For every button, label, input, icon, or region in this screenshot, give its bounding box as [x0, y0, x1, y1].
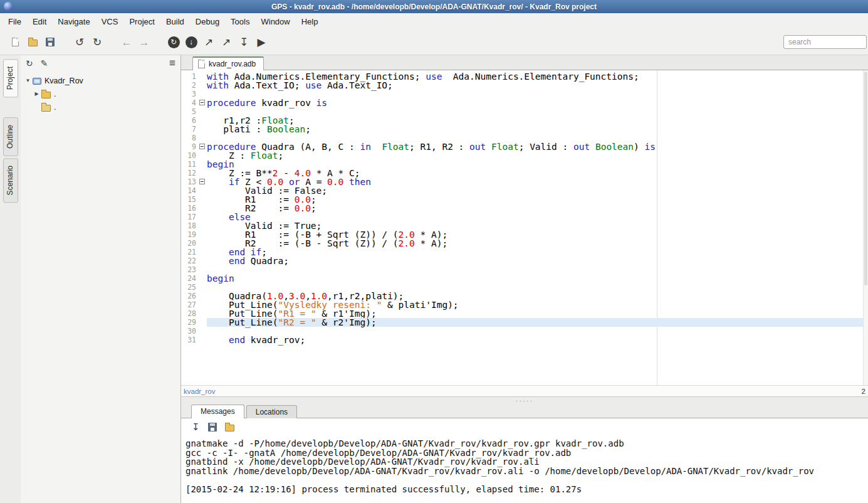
code-line[interactable]: 11begin [181, 160, 868, 169]
code-text[interactable]: Put_Line("Vysledky reseni: " & plati'Img… [207, 300, 868, 309]
forward-button[interactable]: → [136, 34, 152, 50]
new-file-button[interactable] [7, 34, 23, 50]
fold-minus-icon[interactable] [199, 179, 205, 184]
code-text[interactable]: else [207, 213, 868, 221]
code-line[interactable]: 6 r1,r2 :Float; [181, 116, 868, 125]
code-line[interactable]: 25 [181, 283, 868, 292]
code-text[interactable] [207, 283, 868, 292]
code-text[interactable]: R1 := 0.0; [207, 195, 868, 204]
code-line[interactable]: 19 R1 := (-B + Sqrt (Z)) / (2.0 * A); [181, 230, 868, 239]
code-text[interactable] [207, 265, 868, 274]
panel-splitter[interactable]: ····· [181, 396, 868, 405]
side-tab-outline[interactable]: Outline [3, 117, 18, 156]
code-line[interactable]: 14 Valid := False; [181, 186, 868, 195]
run-button[interactable]: ▶ [253, 34, 269, 50]
code-line[interactable]: 1with Ada.Numerics.Elementary_Functions;… [181, 72, 868, 81]
side-tab-project[interactable]: Project [3, 59, 18, 97]
code-text[interactable]: Valid := True; [207, 221, 868, 230]
code-line[interactable]: 10 Z : Float; [181, 151, 868, 160]
code-text[interactable]: Put_Line("R2 = " & r2'Img); [207, 318, 868, 327]
code-line[interactable]: 3 [181, 90, 868, 98]
code-line[interactable]: 21 end if; [181, 248, 868, 257]
tree-row[interactable]: ▶. [21, 87, 180, 100]
code-text[interactable]: Quadra(1.0,3.0,1.0,r1,r2,plati); [207, 292, 868, 300]
code-line[interactable]: 15 R1 := 0.0; [181, 195, 868, 204]
code-text[interactable]: with Ada.Text_IO; use Ada.Text_IO; [207, 81, 868, 90]
menu-item-navigate[interactable]: Navigate [52, 14, 95, 29]
expanded-arrow-icon[interactable]: ▼ [24, 78, 32, 83]
tab-locations[interactable]: Locations [246, 405, 297, 418]
edit-project-icon[interactable]: ✎ [41, 59, 48, 68]
code-line[interactable]: 23 [181, 265, 868, 274]
code-line[interactable]: 29 Put_Line("R2 = " & r2'Img); [181, 318, 868, 327]
menu-item-project[interactable]: Project [123, 14, 160, 29]
tree-row[interactable]: ▼Kvadr_Rov [21, 74, 180, 87]
code-line[interactable]: 27 Put_Line("Vysledky reseni: " & plati'… [181, 300, 868, 309]
redo-button[interactable]: ↻ [89, 34, 105, 50]
save-file-button[interactable] [42, 34, 58, 50]
fold-minus-icon[interactable] [199, 100, 205, 105]
code-line[interactable]: 17 else [181, 213, 868, 221]
code-text[interactable]: R2 := (-B - Sqrt (Z)) / (2.0 * A); [207, 239, 868, 248]
menu-item-edit[interactable]: Edit [27, 14, 52, 29]
code-line[interactable]: 18 Valid := True; [181, 221, 868, 230]
code-line[interactable]: 13 if Z < 0.0 or A = 0.0 then [181, 177, 868, 186]
code-text[interactable] [207, 107, 868, 116]
code-text[interactable]: Z := B**2 - 4.0 * A * C; [207, 169, 868, 177]
code-line[interactable]: 12 Z := B**2 - 4.0 * A * C; [181, 169, 868, 177]
back-button[interactable]: ← [118, 34, 135, 50]
tree-row[interactable]: . [21, 100, 180, 114]
code-line[interactable]: 4procedure kvadr_rov is [181, 98, 868, 107]
code-text[interactable] [207, 90, 868, 98]
search-input[interactable] [783, 35, 867, 49]
menu-item-window[interactable]: Window [255, 14, 295, 29]
menu-item-file[interactable]: File [3, 14, 27, 29]
code-line[interactable]: 26 Quadra(1.0,3.0,1.0,r1,r2,plati); [181, 292, 868, 300]
code-text[interactable]: with Ada.Numerics.Elementary_Functions; … [207, 72, 868, 81]
code-line[interactable]: 8 [181, 134, 868, 142]
load-messages-icon[interactable] [225, 423, 234, 432]
code-line[interactable]: 30 [181, 327, 868, 336]
panel-menu-icon[interactable]: ≡ [169, 57, 175, 70]
open-file-button[interactable] [24, 34, 41, 50]
code-text[interactable]: R1 := (-B + Sqrt (Z)) / (2.0 * A); [207, 230, 868, 239]
code-editor[interactable]: 1with Ada.Numerics.Elementary_Functions;… [181, 70, 868, 385]
menu-item-debug[interactable]: Debug [190, 14, 225, 29]
code-text[interactable]: procedure kvadr_rov is [207, 98, 868, 107]
collapsed-arrow-icon[interactable]: ▶ [33, 91, 41, 97]
editor-scrollbar[interactable] [863, 70, 868, 385]
code-text[interactable]: Put_Line("R1 = " & r1'Img); [207, 309, 868, 318]
code-line[interactable]: 20 R2 := (-B - Sqrt (Z)) / (2.0 * A); [181, 239, 868, 248]
code-line[interactable]: 5 [181, 107, 868, 116]
code-line[interactable]: 16 R2 := 0.0; [181, 204, 868, 213]
save-messages-icon[interactable] [208, 423, 217, 432]
build-all-button[interactable]: ↻ [165, 34, 182, 50]
code-text[interactable]: begin [207, 160, 868, 169]
install-button[interactable]: ↧ [236, 34, 252, 50]
code-line[interactable]: 31 end kvadr_rov; [181, 336, 868, 344]
code-line[interactable]: 2with Ada.Text_IO; use Ada.Text_IO; [181, 81, 868, 90]
code-text[interactable]: end kvadr_rov; [207, 336, 868, 344]
refresh-icon[interactable]: ↻ [26, 59, 33, 68]
code-line[interactable]: 28 Put_Line("R1 = " & r1'Img); [181, 309, 868, 318]
code-text[interactable]: end if; [207, 248, 868, 257]
code-line[interactable]: 22 end Quadra; [181, 257, 868, 265]
code-line[interactable]: 9procedure Quadra (A, B, C : in Float; R… [181, 142, 868, 151]
clear-messages-icon[interactable]: ↧ [192, 422, 200, 432]
menu-item-help[interactable]: Help [296, 14, 324, 29]
build-main-button[interactable]: ↗ [201, 34, 217, 50]
editor-tab-kvadr-rov[interactable]: kvadr_rov.adb [192, 56, 264, 70]
fold-minus-icon[interactable] [199, 144, 205, 149]
code-text[interactable]: Valid := False; [207, 186, 868, 195]
menu-item-vcs[interactable]: VCS [96, 14, 124, 29]
code-text[interactable]: end Quadra; [207, 257, 868, 265]
custom-build-button[interactable]: ↗ [218, 34, 234, 50]
code-text[interactable]: R2 := 0.0; [207, 204, 868, 213]
code-text[interactable]: if Z < 0.0 or A = 0.0 then [207, 177, 868, 186]
undo-button[interactable]: ↺ [71, 34, 88, 50]
code-text[interactable]: Z : Float; [207, 151, 868, 160]
tab-messages[interactable]: Messages [191, 405, 244, 418]
code-text[interactable]: begin [207, 274, 868, 283]
compile-button[interactable]: ↓ [183, 34, 199, 50]
menu-item-build[interactable]: Build [160, 14, 190, 29]
